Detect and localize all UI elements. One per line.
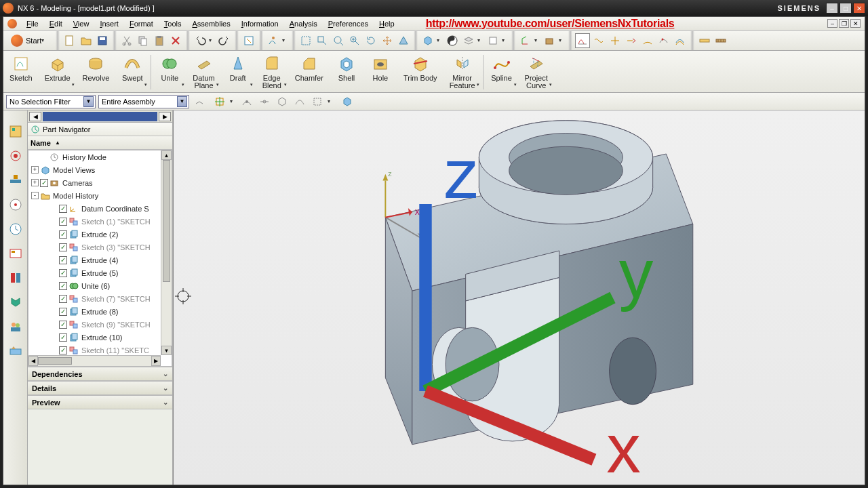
ribbon-swept[interactable]: Swept▾ [115,52,149,92]
ribbon-sketch[interactable]: Sketch [3,52,39,92]
touch-mode-icon[interactable] [266,33,281,48]
scroll-left-button[interactable]: ◀ [28,356,38,366]
analysis-icon[interactable] [713,33,728,48]
nav-column-header[interactable]: Name ▲ [28,136,172,150]
orient-icon[interactable] [542,33,557,48]
command-finder-icon[interactable] [241,33,256,48]
menu-edit[interactable]: Edit [44,20,68,28]
menu-view[interactable]: View [68,20,95,28]
tree-row[interactable]: Extrude (8) [28,305,172,318]
scroll-down-button[interactable]: ▼ [161,346,172,355]
tree-vscrollbar[interactable]: ▲ ▼ [161,150,172,355]
trim-icon[interactable] [608,33,623,48]
nav-active-tab[interactable] [43,112,157,121]
expander-icon[interactable]: + [31,179,39,186]
roles-tab-icon[interactable] [8,295,23,310]
ribbon-draft[interactable]: Draft▾ [221,52,255,92]
tree-row[interactable]: Extrude (2) [28,228,172,241]
tree-row[interactable]: Sketch (3) "SKETCH [28,241,172,253]
start-menu-button[interactable]: Start ▾ [6,33,53,49]
tree-hscrollbar[interactable]: ◀ ▶ [28,355,161,366]
snap-point-icon[interactable] [239,94,254,109]
tree-row[interactable]: Sketch (7) "SKETCH [28,292,172,305]
snap-body-icon[interactable] [275,94,290,109]
tree-row[interactable]: +Model Views [28,163,172,176]
vscroll-thumb[interactable] [163,160,170,282]
snap-icon[interactable] [212,94,227,109]
paste-icon[interactable] [152,33,167,48]
ribbon-extrude[interactable]: Extrude▾ [39,52,77,92]
cut-icon[interactable] [119,33,134,48]
rotate-icon[interactable] [363,33,378,48]
dependencies-accordion[interactable]: Dependencies⌄ [28,367,172,381]
save-icon[interactable] [95,33,110,48]
fit-icon[interactable] [298,33,313,48]
selection-filter-combo[interactable]: No Selection Filter ▼ [6,95,96,108]
ribbon-project-curve[interactable]: ProjectCurve▾ [519,52,554,92]
tree-row[interactable]: History Mode [28,150,172,163]
part-navigator-tab-icon[interactable] [8,124,23,139]
ribbon-trim-body[interactable]: Trim Body [397,52,443,92]
mdi-minimize-button[interactable]: – [827,19,837,28]
checkbox[interactable] [59,218,67,226]
checkbox[interactable] [59,295,67,303]
curve-tool-icon[interactable] [591,33,606,48]
clip-icon[interactable] [486,33,500,48]
tree-row[interactable]: Extrude (5) [28,266,172,279]
ribbon-unite[interactable]: Unite▾ [153,52,186,92]
tree-row[interactable]: Extrude (4) [28,253,172,266]
wcs-icon[interactable] [518,33,533,48]
ribbon-spline[interactable]: Spline▾ [485,52,519,92]
system-tab-icon[interactable] [8,270,23,285]
checkbox[interactable] [59,333,67,342]
tree-row[interactable]: Extrude (10) [28,331,172,344]
zoom-area-icon[interactable] [315,33,330,48]
zoom-icon[interactable] [331,33,346,48]
feature-tree[interactable]: History Mode+Model Views+Cameras-Model H… [28,150,172,367]
render-style-icon[interactable] [420,33,435,48]
ribbon-edge-blend[interactable]: EdgeBlend▾ [255,52,289,92]
new-file-icon[interactable] [62,33,77,48]
ribbon-chamfer[interactable]: Chamfer [289,52,330,92]
preview-accordion[interactable]: Preview⌄ [28,395,172,409]
scroll-up-button[interactable]: ▲ [161,150,172,160]
yinyang-icon[interactable] [445,33,460,48]
assembly-navigator-tab-icon[interactable] [8,148,23,163]
hd3d-tab-icon[interactable] [8,246,23,261]
offset-curve-icon[interactable] [673,33,688,48]
minimize-button[interactable]: – [826,3,838,14]
details-accordion[interactable]: Details⌄ [28,381,172,395]
assembly-filter-combo[interactable]: Entire Assembly ▼ [98,95,189,108]
menu-assemblies[interactable]: Assemblies [186,20,235,28]
mdi-restore-button[interactable]: ❐ [839,19,849,28]
nav-scroll-right-button[interactable]: ▶ [159,112,171,121]
sketch-task-icon[interactable] [575,33,590,48]
constraint-navigator-tab-icon[interactable] [8,173,23,188]
history-tab-icon[interactable] [8,222,23,237]
checkbox[interactable] [59,282,67,290]
visualization-tab-icon[interactable] [8,344,23,359]
tree-row[interactable]: -Model History [28,189,172,202]
cube-display-icon[interactable] [340,94,355,109]
checkbox[interactable] [59,346,67,354]
checkbox[interactable] [59,205,67,213]
measure-icon[interactable] [697,33,712,48]
nav-scroll-left-button[interactable]: ◀ [29,112,41,121]
hscroll-thumb[interactable] [38,357,72,365]
snap-mid-icon[interactable] [257,94,272,109]
undo-icon[interactable] [193,33,208,48]
ribbon-shell[interactable]: Shell [330,52,363,92]
open-file-icon[interactable] [79,33,94,48]
tree-row[interactable]: Sketch (9) "SKETCH [28,318,172,331]
move-curve-icon[interactable] [656,33,671,48]
copy-icon[interactable] [136,33,151,48]
people-tab-icon[interactable] [8,319,23,334]
menu-tools[interactable]: Tools [159,20,187,28]
checkbox[interactable] [59,256,67,264]
snap-select-icon[interactable] [310,94,325,109]
expander-icon[interactable]: + [31,166,39,174]
menu-format[interactable]: Format [124,20,159,28]
ribbon-mirror-feature[interactable]: MirrorFeature▾ [443,52,481,92]
checkbox[interactable] [59,269,67,277]
tree-row[interactable]: Sketch (1) "SKETCH [28,215,172,228]
